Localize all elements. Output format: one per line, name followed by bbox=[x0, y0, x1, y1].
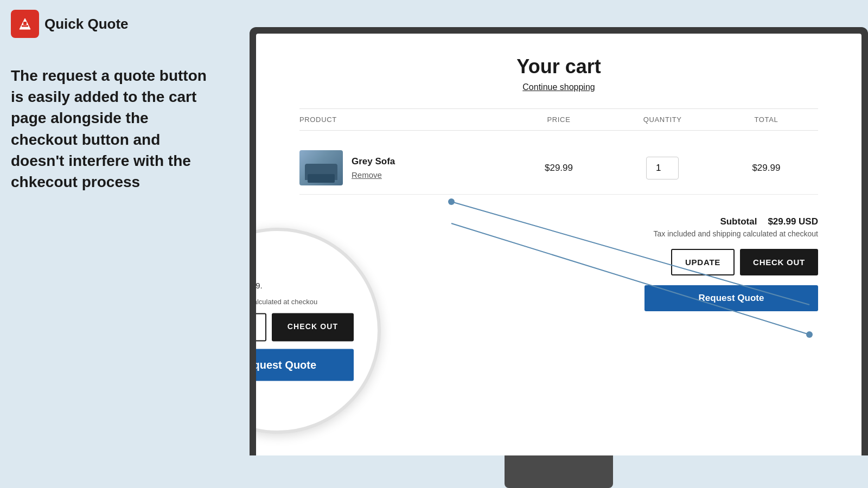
mag-checkout-button[interactable]: CHECK OUT bbox=[272, 313, 354, 342]
product-image-inner bbox=[299, 150, 343, 185]
total-cell: $29.99 bbox=[714, 163, 818, 174]
subtotal-value: $29.99 USD bbox=[768, 216, 818, 227]
monitor-wrapper: Your cart Continue shopping PRODUCT PRIC… bbox=[250, 27, 868, 488]
logo-area: Quick Quote bbox=[11, 10, 129, 38]
description-text: The request a quote button is easily add… bbox=[11, 65, 217, 192]
subtotal-label: Subtotal bbox=[720, 216, 757, 227]
magnifier-total-text: otal $29. bbox=[256, 281, 354, 290]
subtotal-actions: Subtotal $29.99 USD Tax included and shi… bbox=[299, 203, 818, 311]
monitor-bezel: Your cart Continue shopping PRODUCT PRIC… bbox=[250, 27, 868, 455]
product-cell: Grey Sofa Remove bbox=[299, 150, 507, 185]
col-quantity: QUANTITY bbox=[611, 115, 714, 124]
action-buttons-row: UPDATE CHECK OUT bbox=[671, 249, 818, 275]
checkout-button[interactable]: CHECK OUT bbox=[740, 249, 818, 275]
cart-title: Your cart bbox=[299, 55, 818, 78]
col-product: PRODUCT bbox=[299, 115, 507, 124]
mag-request-quote-button[interactable]: Request Quote bbox=[256, 349, 354, 381]
quantity-cell bbox=[611, 157, 714, 179]
subtotal-area: Subtotal $29.99 USD Tax included and shi… bbox=[653, 216, 818, 238]
remove-link[interactable]: Remove bbox=[352, 170, 382, 179]
logo-icon bbox=[11, 10, 39, 38]
product-info: Grey Sofa Remove bbox=[352, 156, 395, 180]
request-quote-button[interactable]: Request Quote bbox=[644, 285, 818, 311]
monitor-stand bbox=[505, 455, 613, 488]
svg-rect-1 bbox=[23, 22, 27, 25]
continue-shopping-area: Continue shopping bbox=[299, 82, 818, 92]
monitor-screen: Your cart Continue shopping PRODUCT PRIC… bbox=[256, 34, 861, 455]
mag-total-label: otal $29. bbox=[256, 281, 263, 290]
magnifier-tax-text: d and shipping calculated at checkou bbox=[256, 298, 354, 306]
tax-note: Tax included and shipping calculated at … bbox=[653, 229, 818, 238]
magnifier-content: otal $29. d and shipping calculated at c… bbox=[256, 281, 354, 381]
cart-item-row: Grey Sofa Remove $29.99 $29.99 bbox=[299, 142, 818, 195]
cart-table-header: PRODUCT PRICE QUANTITY TOTAL bbox=[299, 108, 818, 131]
subtotal-row: Subtotal $29.99 USD bbox=[720, 216, 818, 227]
mag-tax-note: d and shipping calculated at checkou bbox=[256, 298, 317, 306]
col-total: TOTAL bbox=[714, 115, 818, 124]
price-cell: $29.99 bbox=[507, 163, 610, 174]
col-price: PRICE bbox=[507, 115, 610, 124]
product-name: Grey Sofa bbox=[352, 156, 395, 167]
magnifier-btn-row: UPDATE CHECK OUT bbox=[256, 313, 354, 342]
continue-shopping-link[interactable]: Continue shopping bbox=[522, 82, 595, 92]
quantity-input[interactable] bbox=[646, 157, 679, 179]
product-image bbox=[299, 150, 343, 185]
request-quote-wrapper: Request Quote bbox=[644, 281, 818, 311]
mag-update-button[interactable]: UPDATE bbox=[256, 313, 266, 342]
update-button[interactable]: UPDATE bbox=[671, 249, 735, 275]
app-logo-text: Quick Quote bbox=[44, 16, 129, 33]
